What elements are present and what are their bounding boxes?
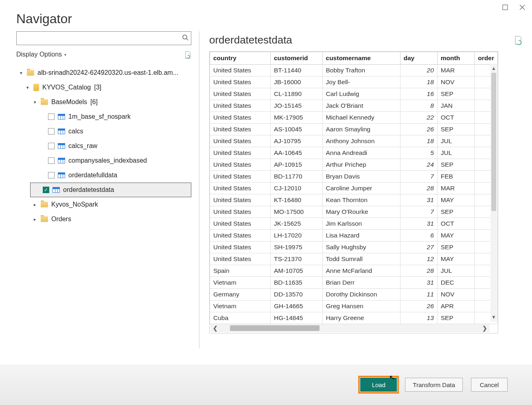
table-row[interactable]: United StatesCJ-12010Caroline Jumper28MA… [210, 183, 498, 194]
table-row[interactable]: United StatesTS-21370Todd Sumrall12MAY [210, 253, 498, 265]
table-row[interactable]: United StatesCL-11890Carl Ludwig16SEP [210, 88, 498, 100]
tree-root-server[interactable]: ▾ alb-srinadh20242-624920320.us-east-1.e… [16, 65, 191, 80]
load-button[interactable]: Load [360, 378, 397, 392]
scroll-thumb[interactable] [491, 73, 496, 211]
cell-customerid: MK-17905 [270, 112, 322, 124]
table-row[interactable]: United StatesJK-15625Jim Karlsson31OCT [210, 218, 498, 230]
table-row[interactable]: GermanyDD-13570Dorothy Dickinson11NOV [210, 289, 498, 300]
table-row[interactable]: United StatesAS-10045Aaron Smayling26SEP [210, 124, 498, 135]
page-title: Navigator [16, 11, 516, 26]
cell-customername: Anne McFarland [322, 265, 400, 277]
cell-country: Spain [210, 265, 271, 277]
table-row[interactable]: United StatesBD-11770Bryan Davis7FEB [210, 171, 498, 183]
cell-customerid: HG-14845 [270, 312, 322, 324]
tree-node-label: orderdatefulldata [68, 172, 117, 179]
col-customername[interactable]: customername [322, 52, 400, 65]
tree-table-item[interactable]: ✓orderdatetestdata [30, 183, 191, 197]
refresh-tree-icon[interactable] [184, 51, 191, 58]
checkbox[interactable]: ✓ [43, 187, 49, 193]
tree-node-label: orderdatetestdata [63, 186, 114, 194]
table-row[interactable]: United StatesMK-17905Michael Kennedy22OC… [210, 112, 498, 124]
table-row[interactable]: United StatesMO-17500Mary O'Rourke7SEP [210, 206, 498, 218]
svg-rect-0 [503, 5, 508, 10]
caret-right-icon: ▸ [33, 202, 37, 207]
cell-day: 13 [400, 312, 437, 324]
table-row[interactable]: United StatesJO-15145Jack O'Briant8JAN [210, 100, 498, 112]
preview-table-container: country customerid customername day mont… [209, 51, 498, 333]
scroll-left-icon[interactable]: ❮ [210, 325, 220, 331]
search-input-container[interactable] [16, 31, 191, 45]
search-icon[interactable] [182, 34, 188, 42]
table-row[interactable]: CubaHG-14845Harry Greene13SEP [210, 312, 498, 324]
preview-title: orderdatetestdata [209, 34, 292, 46]
cell-customername: Arthur Prichep [322, 159, 400, 171]
checkbox[interactable] [48, 143, 55, 149]
cell-month: SEP [437, 312, 475, 324]
table-row[interactable]: United StatesLH-17020Lisa Hazard6MAY [210, 230, 498, 242]
tree-catalog[interactable]: ▾ KYVOS_Catalog [3] [16, 80, 191, 95]
tree-table-item[interactable]: calcs_raw [16, 139, 191, 153]
horizontal-scrollbar[interactable]: ❮ ❯ [210, 324, 490, 332]
cell-day: 22 [400, 112, 437, 124]
tree-nospark[interactable]: ▸ Kyvos_NoSpark [16, 197, 191, 212]
table-row[interactable]: United StatesAP-10915Arthur Prichep24SEP [210, 159, 498, 171]
cell-country: United States [210, 218, 271, 230]
close-icon[interactable] [517, 2, 527, 12]
chevron-down-icon: ▾ [64, 52, 66, 57]
scroll-right-icon[interactable]: ❯ [480, 325, 490, 331]
cell-month: MAY [437, 230, 475, 242]
col-month[interactable]: month [437, 52, 475, 65]
tree-node-count: [6] [90, 98, 98, 106]
tree-table-item[interactable]: companysales_indexbased [16, 153, 191, 168]
col-country[interactable]: country [210, 52, 271, 65]
col-order[interactable]: order [475, 52, 498, 65]
table-row[interactable]: United StatesAJ-10795Anthony Johnson18JU… [210, 135, 498, 147]
cell-country: United States [210, 112, 271, 124]
cell-country: United States [210, 65, 271, 76]
checkbox[interactable] [48, 113, 55, 120]
footer-bar: Load Transform Data Cancel [0, 364, 532, 405]
table-row[interactable]: United StatesKT-16480Kean Thornton31MAY [210, 194, 498, 206]
cell-country: Vietnam [210, 277, 271, 289]
table-row[interactable]: United StatesSH-19975Sally Hughsby27SEP [210, 242, 498, 253]
col-customerid[interactable]: customerid [270, 52, 322, 65]
checkbox[interactable] [48, 172, 55, 179]
table-row[interactable]: United StatesAA-10645Anna Andreadi5JUL [210, 147, 498, 159]
table-row[interactable]: SpainAM-10705Anne McFarland28JUL [210, 265, 498, 277]
scroll-thumb[interactable] [230, 325, 320, 331]
cell-customerid: CJ-12010 [270, 183, 322, 194]
checkbox[interactable] [48, 128, 55, 135]
table-row[interactable]: VietnamBD-11635Brian Derr31DEC [210, 277, 498, 289]
maximize-icon[interactable] [500, 2, 510, 12]
checkbox[interactable] [48, 157, 55, 164]
table-icon [58, 114, 65, 120]
tree-table-item[interactable]: calcs [16, 124, 191, 139]
tree-node-label: calcs_raw [68, 142, 97, 150]
cell-day: 6 [400, 230, 437, 242]
tree-table-item[interactable]: orderdatefulldata [16, 168, 191, 183]
cell-customername: Michael Kennedy [322, 112, 400, 124]
tree-basemodels[interactable]: ▾ BaseModels [6] [16, 95, 191, 109]
cell-month: OCT [437, 218, 475, 230]
vertical-scrollbar[interactable]: ▲ ▼ [490, 64, 497, 322]
table-row[interactable]: United StatesJB-16000Joy Bell-18NOV [210, 76, 498, 88]
table-icon [58, 158, 65, 163]
refresh-preview-icon[interactable] [514, 35, 522, 45]
cell-customername: Lisa Hazard [322, 230, 400, 242]
cell-day: 18 [400, 135, 437, 147]
cell-customername: Jim Karlsson [322, 218, 400, 230]
transform-data-button[interactable]: Transform Data [405, 378, 463, 392]
table-row[interactable]: VietnamGH-14665Greg Hansen26APR [210, 300, 498, 312]
cell-customername: Jack O'Briant [322, 100, 400, 112]
col-day[interactable]: day [400, 52, 437, 65]
search-input[interactable] [19, 35, 182, 41]
scroll-down-icon[interactable]: ▼ [491, 313, 496, 322]
scroll-up-icon[interactable]: ▲ [491, 64, 496, 73]
cell-month: NOV [437, 289, 475, 300]
tree-table-item[interactable]: 1m_base_sf_nospark [16, 109, 191, 124]
cancel-button[interactable]: Cancel [471, 378, 508, 392]
table-row[interactable]: United StatesBT-11440Bobby Trafton20MAR [210, 65, 498, 76]
display-options-dropdown[interactable]: Display Options ▾ [16, 51, 66, 58]
cell-country: Vietnam [210, 300, 271, 312]
tree-orders[interactable]: ▸ Orders [16, 212, 191, 226]
